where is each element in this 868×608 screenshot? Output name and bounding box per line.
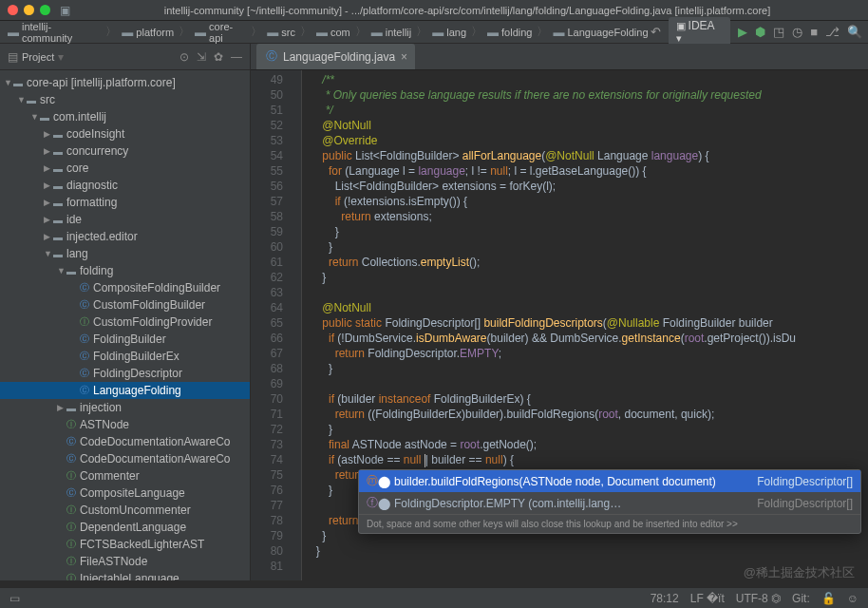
tree-row[interactable]: ⒸCustomFoldingBuilder xyxy=(0,296,250,314)
tree-row[interactable]: ▶▬formatting xyxy=(0,194,250,211)
tree-row[interactable]: ⒸLanguageFolding xyxy=(0,382,250,399)
tab-label: LanguageFolding.java xyxy=(283,50,395,64)
coverage-icon[interactable]: ◳ xyxy=(773,25,784,39)
breadcrumb-item[interactable]: ▬intellij-community xyxy=(6,21,103,44)
tree-row[interactable]: ▼▬lang xyxy=(0,245,250,262)
line-separator[interactable]: LF �ït xyxy=(690,592,725,605)
run-config-select[interactable]: ▣ IDEA ▾ xyxy=(669,17,731,47)
tree-row[interactable]: ▶▬diagnostic xyxy=(0,177,250,194)
caret-position[interactable]: 78:12 xyxy=(651,592,679,605)
project-sidebar: ▤ Project ▾ ⊙ ⇲ ✿ — ▼▬ core-api [intelli… xyxy=(0,44,251,580)
encoding[interactable]: UTF-8 ⏣ xyxy=(736,592,781,605)
tree-row[interactable]: ⒸCompositeFoldingBuilder xyxy=(0,279,250,296)
tree-row[interactable]: ⒾDependentLanguage xyxy=(0,519,250,536)
breadcrumb-item[interactable]: ▬lang xyxy=(430,26,468,39)
tree-row[interactable]: ⒸFoldingDescriptor xyxy=(0,365,250,382)
tree-row[interactable]: ▶▬injected.editor xyxy=(0,228,250,245)
tree-row[interactable]: ▶▬codeInsight xyxy=(0,125,250,142)
tree-row[interactable]: ▼▬folding xyxy=(0,262,250,279)
breadcrumb-item[interactable]: ▬src xyxy=(265,26,297,39)
tree-row[interactable]: ⒾCustomFoldingProvider xyxy=(0,314,250,331)
run-icon[interactable]: ▶ xyxy=(738,25,747,39)
tree-row[interactable]: ▶▬ide xyxy=(0,211,250,228)
tree-row[interactable]: ▶▬injection xyxy=(0,399,250,416)
vcs-status[interactable]: Git: xyxy=(792,592,810,605)
project-label: Project xyxy=(22,51,54,63)
editor-tabs: Ⓒ LanguageFolding.java × xyxy=(251,44,868,70)
completion-popup[interactable]: ⓜ ⬤ builder.buildFoldRegions(ASTNode nod… xyxy=(358,469,861,534)
back-icon[interactable]: ↶ xyxy=(651,25,661,39)
tree-row[interactable]: ⒸFoldingBuilder xyxy=(0,331,250,348)
breadcrumb-item[interactable]: ▬intellij xyxy=(369,26,414,39)
completion-hint: Dot, space and some other keys will also… xyxy=(359,514,860,533)
project-tree[interactable]: ▼▬ core-api [intellij.platform.core] ▼▬s… xyxy=(0,70,250,580)
close-tab-icon[interactable]: × xyxy=(401,50,407,64)
breadcrumb-item[interactable]: ▬platform xyxy=(120,26,176,39)
tree-row[interactable]: ⒾCustomUncommenter xyxy=(0,502,250,519)
tree-row[interactable]: ⒸFoldingBuilderEx xyxy=(0,348,250,365)
breadcrumb-item[interactable]: ▬LanguageFolding xyxy=(551,26,650,39)
window-controls[interactable] xyxy=(8,5,50,15)
search-icon[interactable]: 🔍 xyxy=(847,25,862,39)
status-icon[interactable]: ▭ xyxy=(9,592,20,605)
close-icon[interactable] xyxy=(8,5,18,15)
tree-row[interactable]: ⒸCompositeLanguage xyxy=(0,484,250,502)
zoom-icon[interactable] xyxy=(40,5,50,15)
window-title: intellij-community [~/intellij-community… xyxy=(74,5,860,16)
select-opened-icon[interactable]: ⊙ xyxy=(179,50,189,64)
tree-row[interactable]: ⒾASTNode xyxy=(0,416,250,433)
tree-row[interactable]: ▼▬src xyxy=(0,91,250,108)
tree-row[interactable]: ⒾInjectableLanguage xyxy=(0,570,250,580)
hide-icon[interactable]: — xyxy=(231,50,242,64)
vcs-icon[interactable]: ⎇ xyxy=(825,25,840,39)
tree-row[interactable]: ⒸCodeDocumentationAwareCo xyxy=(0,433,250,450)
profile-icon[interactable]: ◷ xyxy=(792,25,802,39)
tree-row[interactable]: ⒾCommenter xyxy=(0,467,250,484)
fold-gutter[interactable] xyxy=(289,70,302,580)
breadcrumb-item[interactable]: ▬folding xyxy=(485,26,534,39)
tree-root[interactable]: ▼▬ core-api [intellij.platform.core] xyxy=(0,74,250,91)
completion-item[interactable]: ⓕ ⬤ FoldingDescriptor.EMPTY (com.intelli… xyxy=(359,492,860,514)
inspect-icon[interactable]: ☺ xyxy=(847,592,859,605)
tree-row[interactable]: ▶▬concurrency xyxy=(0,142,250,160)
tree-row[interactable]: ⒾFCTSBackedLighterAST xyxy=(0,536,250,553)
minimize-icon[interactable] xyxy=(24,5,34,15)
completion-item[interactable]: ⓜ ⬤ builder.buildFoldRegions(ASTNode nod… xyxy=(359,470,860,492)
statusbar: ▭ 78:12 LF �ït UTF-8 ⏣ Git: 🔓 ☺ xyxy=(0,587,868,608)
tree-row[interactable]: ▶▬core xyxy=(0,160,250,177)
stop-icon[interactable]: ■ xyxy=(810,25,818,39)
breadcrumb-item[interactable]: ▬com xyxy=(314,26,352,39)
tree-row[interactable]: ⒸCodeDocumentationAwareCo xyxy=(0,450,250,467)
project-header: ▤ Project ▾ ⊙ ⇲ ✿ — xyxy=(0,44,250,70)
settings-icon[interactable]: ✿ xyxy=(214,50,223,64)
watermark: @稀土掘金技术社区 xyxy=(744,564,855,581)
line-gutter[interactable]: 4950515253545556575859606162636465666768… xyxy=(251,70,289,580)
tree-row[interactable]: ▼▬com.intellij xyxy=(0,108,250,125)
lock-icon[interactable]: 🔓 xyxy=(821,592,836,605)
debug-icon[interactable]: ⬢ xyxy=(755,25,765,39)
breadcrumb: ▬intellij-community〉▬platform〉▬core-api〉… xyxy=(0,21,868,44)
tree-row[interactable]: ⒾFileASTNode xyxy=(0,553,250,570)
tab-languagefolding[interactable]: Ⓒ LanguageFolding.java × xyxy=(256,44,415,69)
breadcrumb-item[interactable]: ▬core-api xyxy=(193,21,248,44)
collapse-icon[interactable]: ⇲ xyxy=(197,50,206,64)
editor: Ⓒ LanguageFolding.java × 495051525354555… xyxy=(251,44,868,580)
